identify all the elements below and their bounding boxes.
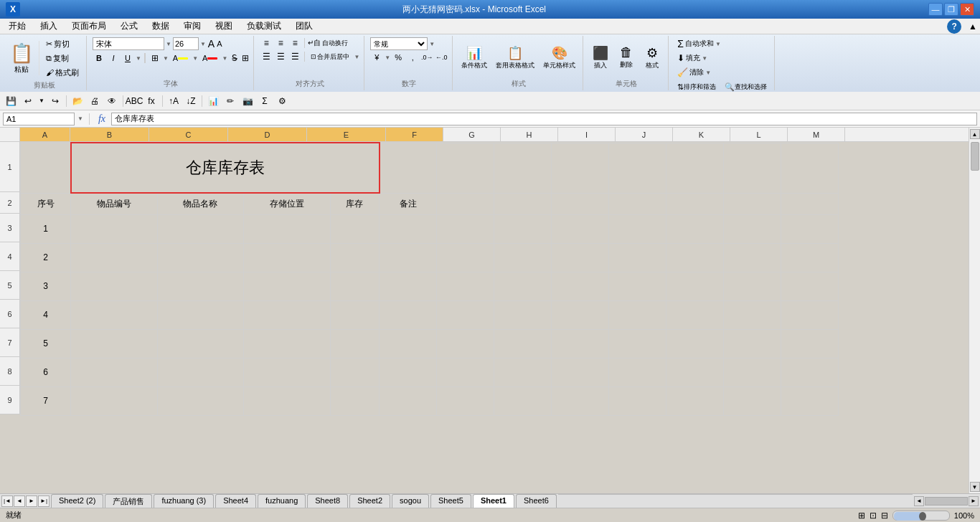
currency-button[interactable]: ¥	[370, 52, 383, 63]
cell-E4[interactable]	[330, 243, 379, 272]
cell-G2[interactable]	[437, 193, 494, 214]
col-header-L[interactable]: L	[730, 128, 788, 142]
cell-B5[interactable]	[71, 272, 158, 300]
cell-B6[interactable]	[71, 300, 158, 329]
cell-L4[interactable]	[724, 243, 781, 272]
cell-G9[interactable]	[437, 386, 494, 415]
cell-I1[interactable]	[552, 143, 609, 193]
horizontal-scrollbar[interactable]: ◄ ►	[913, 496, 980, 506]
cell-M8[interactable]	[781, 358, 839, 386]
cell-I2[interactable]	[552, 193, 609, 214]
cell-H7[interactable]	[494, 329, 552, 358]
conditional-format-button[interactable]: 📊 条件格式	[458, 40, 490, 75]
cell-D2[interactable]: 存储位置	[244, 193, 331, 214]
cell-I4[interactable]	[552, 243, 609, 272]
cell-D4[interactable]	[244, 243, 331, 272]
scroll-up-button[interactable]: ▲	[970, 129, 980, 139]
col-header-I[interactable]: I	[558, 128, 616, 142]
close-button[interactable]: ✕	[960, 3, 974, 16]
align-top-left-button[interactable]: ≡	[260, 37, 273, 49]
col-header-D[interactable]: D	[228, 128, 307, 142]
number-format-dropdown[interactable]: ▼	[429, 41, 435, 47]
bold-button[interactable]: B	[93, 52, 105, 65]
h-scroll-left[interactable]: ◄	[914, 496, 924, 506]
cell-H5[interactable]	[494, 272, 552, 300]
cell-C6[interactable]	[157, 300, 244, 329]
cell-A3[interactable]: 1	[21, 214, 71, 243]
menu-start[interactable]: 开始	[3, 19, 32, 34]
col-header-M[interactable]: M	[788, 128, 845, 142]
cell-E6[interactable]	[330, 300, 379, 329]
menu-formula[interactable]: 公式	[115, 19, 143, 34]
cell-L7[interactable]	[724, 329, 781, 358]
cell-B4[interactable]	[71, 243, 158, 272]
cell-K4[interactable]	[666, 243, 724, 272]
align-top-right-button[interactable]: ≡	[288, 37, 301, 49]
cell-G6[interactable]	[437, 300, 494, 329]
cell-J7[interactable]	[609, 329, 666, 358]
underline-button[interactable]: U	[121, 52, 134, 65]
underline-dropdown[interactable]: ▼	[136, 55, 141, 62]
ribbon-minimize-btn[interactable]: ▲	[969, 22, 977, 32]
align-right-button[interactable]: ☰	[288, 51, 301, 62]
cell-M4[interactable]	[781, 243, 839, 272]
insert-cell-button[interactable]: ⬛ 插入	[589, 40, 612, 75]
h-scroll-thumb[interactable]	[925, 497, 968, 506]
open-button[interactable]: 📂	[70, 94, 85, 108]
merge-center-dropdown[interactable]: ▼	[354, 54, 359, 60]
cell-C8[interactable]	[157, 358, 244, 386]
cell-C3[interactable]	[157, 214, 244, 243]
border-dropdown[interactable]: ▼	[163, 55, 169, 62]
cell-J8[interactable]	[609, 358, 666, 386]
cell-M5[interactable]	[781, 272, 839, 300]
cell-G8[interactable]	[437, 358, 494, 386]
redo-button[interactable]: ↪	[47, 94, 63, 108]
sheet-tab-sogou[interactable]: sogou	[392, 494, 429, 508]
percent-button[interactable]: %	[392, 52, 405, 63]
sheet-tab-sheet8[interactable]: Sheet8	[307, 494, 348, 508]
cell-L3[interactable]	[724, 214, 781, 243]
cell-D3[interactable]	[244, 214, 331, 243]
cell-style-button[interactable]: 🎨 单元格样式	[540, 40, 578, 75]
cell-F2[interactable]: 备注	[380, 193, 437, 214]
cell-C5[interactable]	[157, 272, 244, 300]
cell-L5[interactable]	[724, 272, 781, 300]
cell-H2[interactable]	[494, 193, 552, 214]
format-painter-button[interactable]: 🖌 格式刷	[43, 66, 82, 79]
col-header-J[interactable]: J	[616, 128, 673, 142]
cell-C9[interactable]	[157, 386, 244, 415]
wrap-text-button[interactable]: ↵自	[308, 37, 321, 49]
cell-F4[interactable]	[380, 243, 437, 272]
cell-D5[interactable]	[244, 272, 331, 300]
autosum-tb-button[interactable]: Σ	[257, 94, 273, 108]
cell-F6[interactable]	[380, 300, 437, 329]
cell-M9[interactable]	[781, 386, 839, 415]
scroll-thumb[interactable]	[971, 142, 979, 171]
sheet-tab-sheet4[interactable]: Sheet4	[215, 494, 256, 508]
comma-button[interactable]: ,	[406, 52, 419, 63]
cell-J5[interactable]	[609, 272, 666, 300]
undo-dropdown[interactable]: ▼	[37, 94, 46, 108]
increase-decimal-button[interactable]: .0→	[420, 52, 433, 63]
menu-data[interactable]: 数据	[146, 19, 175, 34]
clear-dropdown[interactable]: ▼	[705, 70, 711, 76]
sheet-tab-sheet6[interactable]: Sheet6	[516, 494, 557, 508]
font-size-dropdown-icon[interactable]: ▼	[200, 41, 206, 47]
grid-scroll[interactable]: 仓库库存表 序号 物品编号	[20, 142, 969, 493]
col-header-F[interactable]: F	[386, 128, 443, 142]
cell-L9[interactable]	[724, 386, 781, 415]
sheet-nav-next[interactable]: ►	[26, 495, 37, 507]
cell-L6[interactable]	[724, 300, 781, 329]
sheet-tab-sheet2[interactable]: Sheet2	[349, 494, 390, 508]
cell-L2[interactable]	[724, 193, 781, 214]
cell-C4[interactable]	[157, 243, 244, 272]
vertical-scrollbar[interactable]: ▲ ▼	[969, 128, 980, 493]
cell-K9[interactable]	[666, 386, 724, 415]
cell-J9[interactable]	[609, 386, 666, 415]
cell-K8[interactable]	[666, 358, 724, 386]
align-center-button[interactable]: ☰	[274, 51, 287, 62]
view-page-break-button[interactable]: ⊟	[881, 511, 888, 521]
cell-K1[interactable]	[666, 143, 724, 193]
cell-F9[interactable]	[380, 386, 437, 415]
col-header-K[interactable]: K	[673, 128, 730, 142]
